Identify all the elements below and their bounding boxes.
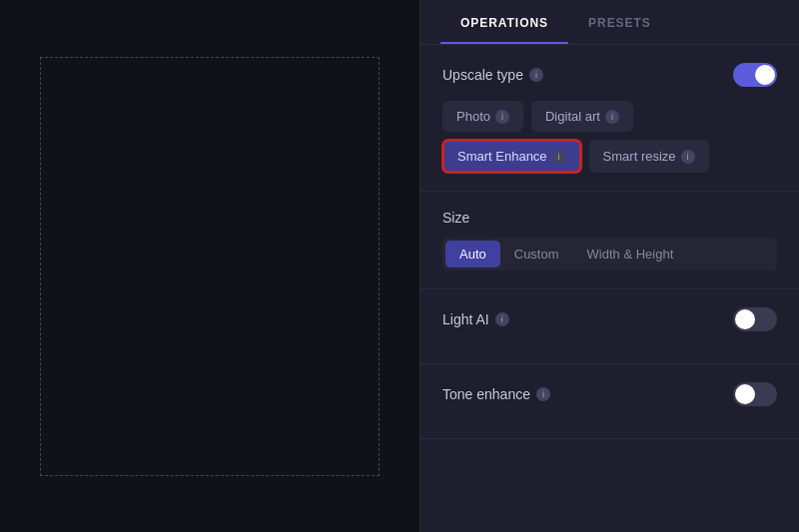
tone-enhance-toggle[interactable] <box>733 382 777 406</box>
tone-enhance-row: Tone enhance i <box>442 382 777 406</box>
size-btn-auto[interactable]: Auto <box>445 241 500 267</box>
tab-bar: OPERATIONS PRESETS <box>420 0 799 45</box>
light-ai-label: Light AI i <box>442 311 509 327</box>
light-ai-toggle-knob <box>735 309 755 329</box>
size-btn-custom[interactable]: Custom <box>500 241 573 267</box>
size-label: Size <box>442 210 777 226</box>
upscale-options-row1: Photo i Digital art i <box>442 101 777 132</box>
tab-operations[interactable]: OPERATIONS <box>440 0 568 44</box>
tone-enhance-toggle-knob <box>735 384 755 404</box>
right-panel: OPERATIONS PRESETS Upscale type i Photo <box>419 0 799 532</box>
light-ai-section: Light AI i <box>420 289 799 364</box>
upscale-type-toggle[interactable] <box>733 63 777 87</box>
option-photo[interactable]: Photo i <box>442 101 523 132</box>
tone-enhance-label: Tone enhance i <box>442 386 550 402</box>
canvas-area <box>40 57 380 476</box>
digital-art-info-icon[interactable]: i <box>605 110 619 124</box>
size-btn-width-height[interactable]: Width & Height <box>573 241 688 267</box>
option-smart-enhance[interactable]: Smart Enhance i <box>442 140 581 173</box>
upscale-type-toggle-knob <box>755 65 775 85</box>
size-options: Auto Custom Width & Height <box>442 238 777 270</box>
smart-enhance-info-icon[interactable]: i <box>552 150 566 164</box>
content-area: Upscale type i Photo i Digital art i <box>420 45 799 532</box>
light-ai-info-icon[interactable]: i <box>495 312 509 326</box>
tone-enhance-info-icon[interactable]: i <box>536 387 550 401</box>
light-ai-row: Light AI i <box>442 307 777 331</box>
upscale-type-info-icon[interactable]: i <box>529 68 543 82</box>
option-digital-art[interactable]: Digital art i <box>531 101 633 132</box>
light-ai-toggle[interactable] <box>733 307 777 331</box>
smart-resize-info-icon[interactable]: i <box>681 150 695 164</box>
upscale-type-row: Upscale type i <box>442 63 777 87</box>
photo-info-icon[interactable]: i <box>495 110 509 124</box>
upscale-options-row2: Smart Enhance i Smart resize i <box>442 140 777 173</box>
tab-presets[interactable]: PRESETS <box>568 0 671 44</box>
left-panel <box>0 0 419 532</box>
option-smart-resize[interactable]: Smart resize i <box>589 140 709 173</box>
size-section: Size Auto Custom Width & Height <box>420 192 799 289</box>
upscale-type-label: Upscale type i <box>442 67 543 83</box>
upscale-type-section: Upscale type i Photo i Digital art i <box>420 45 799 192</box>
tone-enhance-section: Tone enhance i <box>420 364 799 439</box>
